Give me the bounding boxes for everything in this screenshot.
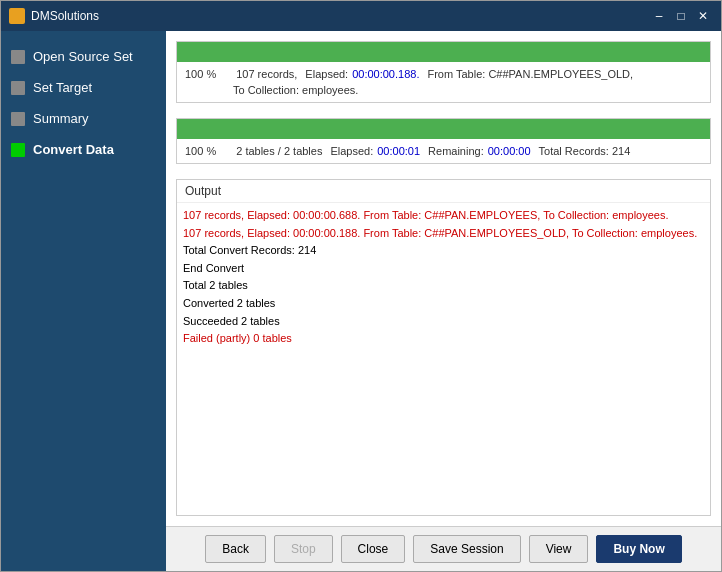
output-header: Output: [177, 180, 710, 203]
progress-bar-2: [177, 119, 710, 139]
output-line: Converted 2 tables: [183, 295, 704, 313]
sidebar-item-summary[interactable]: Summary: [1, 103, 166, 134]
progress-tables-2: 2 tables / 2 tables: [236, 145, 322, 157]
sidebar-item-set-target[interactable]: Set Target: [1, 72, 166, 103]
content-area: Open Source Set Set Target Summary Conve…: [1, 31, 721, 571]
progress-elapsed-value-2: 00:00:01: [377, 145, 420, 157]
main-panel: 100 % 107 records, Elapsed: 00:00:00.188…: [166, 31, 721, 571]
progress-info-2: 100 % 2 tables / 2 tables Elapsed: 00:00…: [177, 139, 710, 163]
close-button[interactable]: Close: [341, 535, 406, 563]
progress-block-2: 100 % 2 tables / 2 tables Elapsed: 00:00…: [176, 118, 711, 164]
minimize-button[interactable]: –: [649, 6, 669, 26]
back-button[interactable]: Back: [205, 535, 266, 563]
buy-now-button[interactable]: Buy Now: [596, 535, 681, 563]
progress-percent-2: 100 %: [185, 145, 216, 157]
progress-remaining-value-2: 00:00:00: [488, 145, 531, 157]
set-target-icon: [11, 81, 25, 95]
sidebar: Open Source Set Set Target Summary Conve…: [1, 31, 166, 571]
progress-block-1: 100 % 107 records, Elapsed: 00:00:00.188…: [176, 41, 711, 103]
output-line: Total Convert Records: 214: [183, 242, 704, 260]
sidebar-item-open-source-set[interactable]: Open Source Set: [1, 41, 166, 72]
window-controls: – □ ✕: [649, 6, 713, 26]
output-line: 107 records, Elapsed: 00:00:00.688. From…: [183, 207, 704, 225]
output-line: Failed (partly) 0 tables: [183, 330, 704, 348]
sidebar-item-label: Summary: [33, 111, 89, 126]
summary-icon: [11, 112, 25, 126]
output-line: End Convert: [183, 260, 704, 278]
progress-info-1: 100 % 107 records, Elapsed: 00:00:00.188…: [177, 62, 710, 102]
progress-total-2: Total Records: 214: [539, 145, 631, 157]
progress-records-1: 107 records,: [236, 68, 297, 80]
sidebar-item-label: Set Target: [33, 80, 92, 95]
progress-elapsed-label-2: Elapsed:: [330, 145, 373, 157]
progress-to-1: To Collection: employees.: [233, 84, 358, 96]
sidebar-item-convert-data[interactable]: Convert Data: [1, 134, 166, 165]
sidebar-item-label: Open Source Set: [33, 49, 133, 64]
app-icon: [9, 8, 25, 24]
output-body[interactable]: 107 records, Elapsed: 00:00:00.688. From…: [177, 203, 710, 515]
sidebar-item-label: Convert Data: [33, 142, 114, 157]
close-button[interactable]: ✕: [693, 6, 713, 26]
output-line: 107 records, Elapsed: 00:00:00.188. From…: [183, 225, 704, 243]
output-section: Output 107 records, Elapsed: 00:00:00.68…: [176, 179, 711, 516]
progress-bar-container-1: [177, 42, 710, 62]
view-button[interactable]: View: [529, 535, 589, 563]
stop-button[interactable]: Stop: [274, 535, 333, 563]
output-line: Succeeded 2 tables: [183, 313, 704, 331]
titlebar: DMSolutions – □ ✕: [1, 1, 721, 31]
progress-elapsed-value-1: 00:00:00.188.: [352, 68, 419, 80]
save-session-button[interactable]: Save Session: [413, 535, 520, 563]
output-line: Total 2 tables: [183, 277, 704, 295]
convert-data-icon: [11, 143, 25, 157]
progress-bar-1: [177, 42, 710, 62]
progress-elapsed-label-1: Elapsed:: [305, 68, 348, 80]
footer: BackStopCloseSave SessionViewBuy Now: [166, 526, 721, 571]
window-title: DMSolutions: [31, 9, 99, 23]
maximize-button[interactable]: □: [671, 6, 691, 26]
progress-from-1: From Table: C##PAN.EMPLOYEES_OLD,: [427, 68, 633, 80]
main-content: 100 % 107 records, Elapsed: 00:00:00.188…: [166, 31, 721, 526]
progress-bar-container-2: [177, 119, 710, 139]
main-window: DMSolutions – □ ✕ Open Source Set Set Ta…: [0, 0, 722, 572]
progress-percent-1: 100 %: [185, 68, 216, 80]
open-source-set-icon: [11, 50, 25, 64]
progress-remaining-label-2: Remaining:: [428, 145, 484, 157]
